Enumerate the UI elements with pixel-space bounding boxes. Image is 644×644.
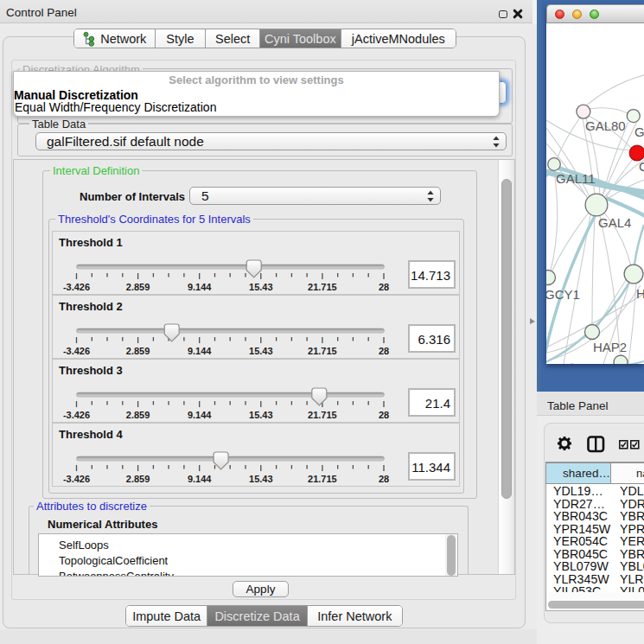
svg-text:15.43: 15.43 xyxy=(249,346,273,356)
svg-text:28: 28 xyxy=(379,474,389,484)
svg-text:GCY1: GCY1 xyxy=(546,287,580,302)
svg-text:28: 28 xyxy=(379,346,389,356)
svg-text:21.715: 21.715 xyxy=(308,474,337,484)
svg-text:9.144: 9.144 xyxy=(188,346,212,356)
svg-text:28: 28 xyxy=(379,282,389,292)
svg-text:21.715: 21.715 xyxy=(308,410,337,420)
svg-text:9.144: 9.144 xyxy=(188,474,212,484)
svg-text:-3.426: -3.426 xyxy=(63,282,90,292)
svg-text:GAL80: GAL80 xyxy=(585,118,626,133)
svg-text:2.859: 2.859 xyxy=(126,410,150,420)
svg-text:21.715: 21.715 xyxy=(308,282,337,292)
svg-text:GAL4: GAL4 xyxy=(598,215,631,230)
svg-text:-3.426: -3.426 xyxy=(63,410,90,420)
svg-text:15.43: 15.43 xyxy=(249,282,273,292)
svg-text:2.859: 2.859 xyxy=(126,346,150,356)
svg-text:15.43: 15.43 xyxy=(249,410,273,420)
svg-text:15.43: 15.43 xyxy=(249,474,273,484)
svg-text:-3.426: -3.426 xyxy=(63,474,90,484)
svg-text:HAP2: HAP2 xyxy=(593,340,627,354)
svg-text:G..: G.. xyxy=(634,124,644,139)
svg-text:9.144: 9.144 xyxy=(188,282,212,292)
svg-text:9.144: 9.144 xyxy=(188,410,212,420)
svg-text:2.859: 2.859 xyxy=(126,474,150,484)
svg-text:2.859: 2.859 xyxy=(126,282,150,292)
svg-text:GAL11: GAL11 xyxy=(556,171,596,186)
svg-text:H: H xyxy=(636,286,644,301)
svg-text:28: 28 xyxy=(379,410,389,420)
svg-text:21.715: 21.715 xyxy=(308,346,337,356)
svg-text:-3.426: -3.426 xyxy=(63,346,90,356)
svg-text:C: C xyxy=(639,159,644,174)
